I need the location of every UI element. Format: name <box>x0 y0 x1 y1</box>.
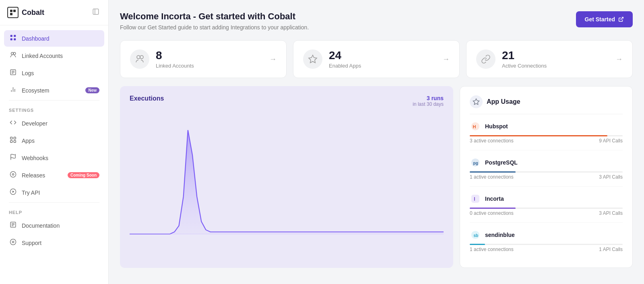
get-started-button[interactable]: Get Started <box>576 11 633 27</box>
svg-rect-2 <box>10 13 12 15</box>
app-connections-3: 1 active connections <box>470 247 514 252</box>
progress-bar-fill-1 <box>470 171 516 173</box>
stat-number-enabled-apps: 24 <box>329 49 436 62</box>
svg-text:sb: sb <box>473 233 478 238</box>
sidebar-item-try-api-label: Try API <box>22 189 40 196</box>
chart-runs-label: in last 30 days <box>413 101 444 107</box>
sidebar-item-support[interactable]: Support <box>4 235 104 251</box>
svg-rect-20 <box>10 140 12 142</box>
sidebar-item-webhooks[interactable]: Webhooks <box>4 150 104 166</box>
app-item-sendinblue: sb sendinblue 1 active connections 1 API… <box>470 229 623 259</box>
stats-row: 8 Linked Accounts → 24 Enabled Apps → <box>120 40 633 78</box>
help-section-label: HELP <box>4 204 104 217</box>
sidebar-item-dashboard[interactable]: Dashboard <box>4 30 104 47</box>
sidebar-item-ecosystem[interactable]: Ecosystem New <box>4 82 104 99</box>
svg-rect-7 <box>10 38 12 40</box>
stat-arrow-enabled-apps: → <box>442 55 450 64</box>
sidebar-item-developer[interactable]: Developer <box>4 115 104 132</box>
stat-info-enabled-apps: 24 Enabled Apps <box>329 49 436 69</box>
svg-line-33 <box>621 17 623 20</box>
sidebar-nav: Dashboard Linked Accounts <box>0 25 108 284</box>
sidebar-item-linked-accounts[interactable]: Linked Accounts <box>4 47 104 64</box>
app-connections-2: 0 active connections <box>470 210 514 216</box>
header-text: Welcome Incorta - Get started with Cobal… <box>120 11 309 31</box>
webhooks-icon <box>9 154 17 162</box>
sidebar-item-documentation-label: Documentation <box>22 222 60 229</box>
app-connections-1: 1 active connections <box>470 174 514 180</box>
logo-icon <box>7 7 19 18</box>
page-subtitle: Follow our Get Started guide to start ad… <box>120 24 309 31</box>
sidebar-item-try-api[interactable]: Try API <box>4 184 104 201</box>
app-usage-list: H Hubspot 3 active connections 9 API Cal… <box>470 121 623 259</box>
app-progress-row-0: 3 active connections 9 API Calls <box>470 138 623 144</box>
app-progress-row-1: 1 active connections 3 API Calls <box>470 174 623 180</box>
app-progress-row-2: 0 active connections 3 API Calls <box>470 210 623 216</box>
linked-accounts-icon <box>9 51 17 60</box>
app-api-calls-3: 1 API Calls <box>599 247 623 252</box>
svg-marker-26 <box>12 191 14 193</box>
svg-rect-6 <box>14 35 16 37</box>
stat-label-linked-accounts: Linked Accounts <box>156 63 263 69</box>
stat-card-enabled-apps[interactable]: 24 Enabled Apps → <box>293 40 460 78</box>
stat-card-linked-accounts[interactable]: 8 Linked Accounts → <box>120 40 287 78</box>
sidebar-item-support-label: Support <box>22 240 41 246</box>
stat-card-active-connections[interactable]: 21 Active Connections → <box>466 40 633 78</box>
sidebar-item-linked-accounts-label: Linked Accounts <box>22 53 63 59</box>
progress-bar-wrap-2 <box>470 208 623 209</box>
app-item-header-3: sb sendinblue <box>470 229 623 241</box>
page-header: Welcome Incorta - Get started with Cobal… <box>120 11 633 31</box>
bottom-row: Executions 3 runs in last 30 days <box>120 86 633 268</box>
page-title: Welcome Incorta - Get started with Cobal… <box>120 11 309 22</box>
app-logo-3: sb <box>470 229 481 241</box>
app-item-header-1: pg PostgreSQL <box>470 157 623 168</box>
app-api-calls-1: 3 API Calls <box>599 174 623 180</box>
logs-icon <box>9 69 17 77</box>
app-connections-0: 3 active connections <box>470 138 514 144</box>
sidebar-item-logs[interactable]: Logs <box>4 65 104 81</box>
stat-info-active-connections: 21 Active Connections <box>502 49 609 69</box>
svg-point-9 <box>11 52 13 55</box>
get-started-label: Get Started <box>585 16 615 23</box>
ecosystem-icon <box>9 86 17 95</box>
sidebar-item-releases[interactable]: Releases Coming Soon <box>4 167 104 183</box>
settings-section-label: SETTINGS <box>4 102 104 115</box>
releases-icon <box>9 171 17 179</box>
sidebar-header: Cobalt <box>0 0 108 25</box>
chart-header: Executions 3 runs in last 30 days <box>130 95 444 107</box>
app-item-header-2: I Incorta <box>470 193 623 204</box>
progress-bar-wrap-0 <box>470 135 623 136</box>
app-api-calls-2: 3 API Calls <box>599 210 623 216</box>
sidebar-collapse-button[interactable] <box>91 6 101 19</box>
stat-info-linked-accounts: 8 Linked Accounts <box>156 49 263 69</box>
try-api-icon <box>9 188 17 197</box>
svg-point-32 <box>12 241 14 243</box>
svg-rect-3 <box>93 9 99 14</box>
developer-icon <box>9 119 17 128</box>
documentation-icon <box>9 221 17 230</box>
app-name-2: Incorta <box>485 196 504 202</box>
sidebar-item-webhooks-label: Webhooks <box>22 155 48 161</box>
svg-text:I: I <box>474 196 475 202</box>
sidebar-item-apps[interactable]: Apps <box>4 132 104 149</box>
ecosystem-badge: New <box>85 87 99 93</box>
sidebar-divider-2 <box>9 202 99 203</box>
stat-icon-enabled-apps <box>303 49 322 69</box>
app-usage-icon <box>470 95 483 108</box>
app-item-postgresql: pg PostgreSQL 1 active connections 3 API… <box>470 157 623 187</box>
app-item-incorta: I Incorta 0 active connections 3 API Cal… <box>470 193 623 223</box>
progress-bar-wrap-1 <box>470 171 623 173</box>
svg-rect-21 <box>14 140 16 142</box>
svg-point-23 <box>10 171 16 177</box>
app-name-1: PostgreSQL <box>485 159 518 166</box>
svg-rect-18 <box>10 137 12 139</box>
app-name-3: sendinblue <box>485 232 515 238</box>
svg-rect-8 <box>14 38 16 40</box>
executions-chart-svg <box>130 113 444 238</box>
svg-rect-19 <box>14 137 16 139</box>
svg-point-24 <box>12 173 14 175</box>
stat-arrow-active-connections: → <box>615 55 623 64</box>
app-item-header-0: H Hubspot <box>470 121 623 132</box>
sidebar-item-documentation[interactable]: Documentation <box>4 217 104 234</box>
main-content: Welcome Incorta - Get started with Cobal… <box>109 0 644 284</box>
support-icon <box>9 239 17 247</box>
